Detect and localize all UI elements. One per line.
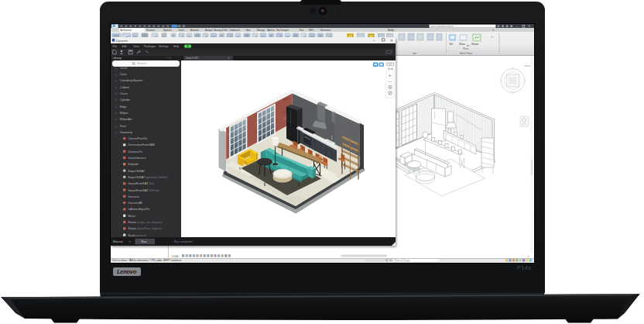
svg-text:Packages: Packages — [144, 45, 156, 48]
svg-text:–: – — [373, 39, 375, 43]
svg-text:Manual: Manual — [113, 240, 123, 243]
svg-text:+: + — [115, 85, 117, 88]
svg-text:✕: ✕ — [390, 39, 393, 43]
svg-text:Help: Help — [173, 45, 179, 48]
svg-text:+: + — [115, 105, 117, 108]
svg-text:File: File — [113, 45, 118, 48]
svg-text:+: + — [389, 73, 392, 78]
svg-text:+: + — [115, 111, 117, 114]
svg-text:Mirror: Mirror — [128, 214, 136, 217]
svg-text:+: + — [115, 66, 117, 69]
svg-text:Settings: Settings — [159, 45, 169, 48]
svg-text:Curve: Curve — [120, 92, 128, 95]
svg-text:Rotate (basePlane, degrees): Rotate (basePlane, degrees) — [128, 227, 162, 230]
svg-text:ExportToSAT: ExportToSAT — [128, 169, 146, 172]
svg-text:+: + — [115, 124, 117, 127]
svg-text:View DYN*: View DYN* — [186, 57, 199, 60]
svg-text:+: + — [115, 118, 117, 121]
svg-text:Run: Run — [142, 240, 147, 243]
svg-text:Run completed: Run completed — [174, 240, 193, 243]
svg-text:+: + — [115, 92, 117, 95]
svg-text:✕: ✕ — [491, 36, 493, 39]
svg-text:Work Plane: Work Plane — [460, 52, 473, 55]
svg-text:Dynamo: Dynamo — [116, 39, 128, 43]
svg-text:Cone: Cone — [120, 73, 127, 76]
svg-text:Ellipse: Ellipse — [120, 111, 128, 114]
svg-text:▾: ▾ — [129, 240, 131, 243]
svg-text:✕: ✕ — [228, 57, 230, 60]
svg-text:Geometry: Geometry — [120, 130, 132, 133]
svg-text:1:100: 1:100 — [172, 254, 179, 257]
svg-text:+: + — [115, 98, 117, 102]
svg-text:Edge: Edge — [120, 105, 126, 108]
svg-text:Cylinder: Cylinder — [120, 98, 131, 102]
svg-text:+: + — [115, 73, 117, 76]
svg-text:tion: tion — [413, 52, 416, 55]
svg-text:DistanceTo: DistanceTo — [128, 150, 142, 153]
svg-text:Rotate (origin, axis, degrees): Rotate (origin, axis, degrees) — [128, 221, 163, 224]
svg-text:Scale (amount): Scale (amount) — [128, 233, 146, 236]
svg-text:DeserializeFromSAB: DeserializeFromSAB — [128, 143, 156, 146]
svg-text:Intersect: Intersect — [128, 195, 139, 198]
svg-text:View: View — [133, 45, 139, 48]
svg-text:Circle: Circle — [120, 66, 127, 69]
svg-text:Explode: Explode — [128, 163, 139, 166]
svg-text:Edit: Edit — [122, 45, 127, 48]
svg-text:Show: Show — [459, 43, 466, 46]
svg-text:ImportFromSAT (file): ImportFromSAT (file) — [128, 182, 154, 185]
svg-text:Set: Set — [450, 43, 454, 46]
svg-text:+: + — [115, 79, 117, 82]
svg-text:Plane: Plane — [463, 47, 469, 50]
svg-text:+: + — [115, 130, 117, 133]
svg-text:ExportToSAT (geometry, filePat: ExportToSAT (geometry, filePath) — [128, 175, 168, 178]
svg-text:CoordinateSystem: CoordinateSystem — [120, 79, 143, 82]
svg-text:Click to select, TAB for alter: Click to select, TAB for alternates, CTR… — [112, 259, 183, 262]
svg-text:Library: Library — [113, 57, 122, 60]
svg-text:ImportFromSAT (filePath): ImportFromSAT (filePath) — [128, 188, 159, 191]
svg-text:‹ › ▾: ‹ › ▾ — [166, 57, 171, 60]
svg-text:IsAlmostEqualTo: IsAlmostEqualTo — [128, 208, 149, 211]
svg-text:Press & Drags: Press & Drags — [395, 259, 410, 262]
svg-text:EllipseArc: EllipseArc — [120, 118, 132, 121]
svg-text:Viewer: Viewer — [471, 43, 478, 46]
svg-text:IntersectAll: IntersectAll — [128, 202, 142, 205]
svg-text:Face: Face — [120, 124, 126, 127]
svg-text:DoesIntersect: DoesIntersect — [128, 157, 146, 160]
svg-text:ClosestPointTo: ClosestPointTo — [128, 137, 148, 140]
svg-text:Cuboid: Cuboid — [120, 85, 128, 88]
